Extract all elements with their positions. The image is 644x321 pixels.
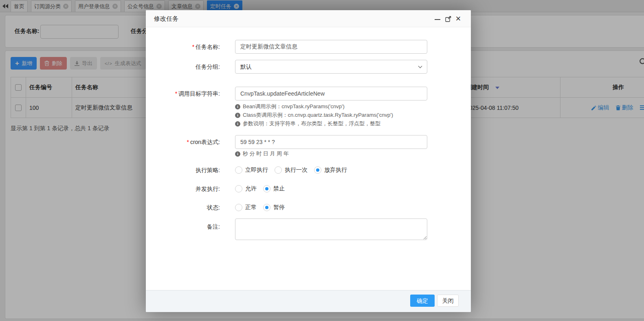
- dialog-header[interactable]: 修改任务: [146, 10, 471, 27]
- field-label-invoke-target: *调用目标字符串:: [146, 87, 220, 100]
- radio-concurrent-forbid[interactable]: 禁止: [263, 185, 285, 192]
- job-group-select[interactable]: 默认: [235, 60, 427, 74]
- field-label-policy: 执行策略:: [146, 163, 220, 177]
- radio-status-pause[interactable]: 暂停: [263, 204, 285, 211]
- help-cron: 秒 分 时 日 月 周 年: [235, 150, 289, 157]
- radio-policy-once[interactable]: 执行一次: [275, 166, 308, 174]
- radio-concurrent-allow[interactable]: 允许: [235, 185, 257, 192]
- info-icon: [235, 113, 240, 118]
- radio-icon: [235, 166, 242, 174]
- help-params: 参数说明：支持字符串，布尔类型，长整型，浮点型，整型: [235, 120, 380, 127]
- field-label-cron: *cron表达式:: [146, 135, 220, 149]
- maximize-icon[interactable]: [445, 16, 451, 23]
- job-name-input[interactable]: [235, 40, 427, 54]
- field-label-job-name: *任务名称:: [146, 40, 220, 54]
- dialog-title: 修改任务: [154, 10, 178, 27]
- radio-icon: [275, 166, 282, 174]
- help-class-example: Class类调用示例：cn.cnvp.quartz.task.RyTask.ry…: [235, 111, 393, 119]
- cron-expression-input[interactable]: [235, 135, 427, 149]
- policy-radio-group: 立即执行 执行一次 放弃执行: [235, 166, 347, 174]
- status-radio-group: 正常 暂停: [235, 204, 285, 211]
- info-icon: [235, 151, 240, 157]
- radio-icon: [235, 185, 242, 192]
- radio-selected-icon: [263, 204, 270, 211]
- concurrent-radio-group: 允许 禁止: [235, 185, 285, 192]
- field-label-job-group: 任务分组:: [146, 60, 220, 74]
- dialog-footer: 确定 关闭: [146, 290, 471, 312]
- radio-icon: [235, 204, 242, 211]
- radio-policy-immediate[interactable]: 立即执行: [235, 166, 268, 174]
- invoke-target-input[interactable]: [235, 87, 427, 100]
- radio-policy-abandon[interactable]: 放弃执行: [314, 166, 347, 174]
- info-icon: [235, 104, 240, 109]
- confirm-button[interactable]: 确定: [410, 295, 435, 307]
- edit-task-dialog: 修改任务 *任务名称: 任务分组: 默认 *调用目标字符串: Bean调用示例：…: [146, 10, 471, 312]
- minimize-icon[interactable]: [435, 19, 440, 20]
- close-button[interactable]: 关闭: [437, 295, 459, 307]
- field-label-remark: 备注:: [146, 220, 220, 234]
- radio-selected-icon: [314, 166, 321, 174]
- remark-textarea[interactable]: [235, 218, 427, 240]
- radio-selected-icon: [263, 185, 270, 192]
- help-bean-example: Bean调用示例：cnvpTask.ryParams('cnvp'): [235, 103, 345, 110]
- radio-status-normal[interactable]: 正常: [235, 204, 257, 211]
- info-icon: [235, 121, 240, 127]
- field-label-status: 状态:: [146, 201, 220, 214]
- close-icon[interactable]: [454, 13, 463, 25]
- chevron-down-icon: [418, 64, 422, 68]
- field-label-concurrent: 并发执行:: [146, 182, 220, 196]
